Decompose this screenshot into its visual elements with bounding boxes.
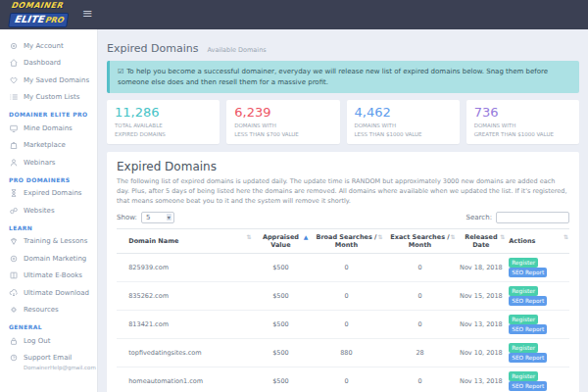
sort-icon[interactable]: ⇅	[247, 233, 252, 240]
table-header-row: Domain Name⇅ Appraised Value▲ Broad Sear…	[117, 228, 569, 253]
sidebar-section-learn: LEARN	[9, 224, 97, 231]
col-spacer	[117, 228, 125, 253]
stat-label-line1: DOMAINS WITH	[474, 122, 516, 128]
monitor-icon	[9, 123, 19, 133]
seo-report-button[interactable]: SEO Report	[509, 296, 547, 306]
sidebar-item-dashboard[interactable]: Dashboard	[9, 55, 97, 73]
cell-exact: 0	[384, 281, 457, 310]
page-subtitle: Available Domains	[208, 46, 267, 54]
cell-released: Nov 13, 2018	[456, 310, 506, 338]
stat-card-under-700: 6,239 DOMAINS WITHLESS THAN $700 VALUE	[226, 100, 339, 144]
search-input[interactable]	[496, 212, 569, 223]
stat-value: 736	[474, 106, 571, 120]
table-controls: Show: 5 ▾ Search:	[117, 212, 569, 223]
panel-title: Expired Domains	[117, 160, 569, 173]
stat-label-line1: DOMAINS WITH	[355, 122, 397, 128]
stat-card-total: 11,286 TOTAL AVAILABLEEXPIRED DOMAINS	[107, 100, 220, 144]
page-size-select[interactable]: 5 ▾	[141, 212, 174, 223]
register-button[interactable]: Register	[509, 286, 538, 296]
register-button[interactable]: Register	[509, 371, 538, 381]
link-icon	[9, 206, 19, 216]
seo-report-button[interactable]: SEO Report	[509, 381, 547, 391]
stat-cards: 11,286 TOTAL AVAILABLEEXPIRED DOMAINS 6,…	[107, 100, 579, 144]
cloud-download-icon	[9, 288, 19, 298]
col-released-date[interactable]: Released Date⇅	[456, 228, 506, 253]
sidebar-item-my-custom-lists[interactable]: My Custom Lists	[9, 89, 97, 107]
info-banner: ☑To help you become a successful domaine…	[107, 61, 579, 93]
cell-released: Nov 10, 2018	[456, 338, 506, 367]
page-header: Expired Domains Available Domains	[107, 37, 579, 56]
sidebar-item-websites[interactable]: Websites	[9, 202, 97, 220]
page-title: Expired Domains	[107, 42, 198, 55]
table-row: 813421.com $500 0 0 Nov 13, 2018 Registe…	[117, 310, 569, 338]
sidebar-item-expired-domains[interactable]: Expired Domains	[9, 185, 97, 203]
sidebar-item-webinars[interactable]: Webinars	[9, 154, 97, 172]
stat-value: 4,462	[355, 106, 452, 120]
seo-report-button[interactable]: SEO Report	[509, 324, 547, 334]
sidebar-item-mine-domains[interactable]: Mine Domains	[9, 120, 97, 137]
cell-broad: 0	[309, 281, 383, 310]
domains-table: Domain Name⇅ Appraised Value▲ Broad Sear…	[117, 228, 569, 392]
sort-icon[interactable]: ⇅	[450, 233, 455, 240]
table-row: 825939.com $500 0 0 Nov 18, 2018 Registe…	[117, 253, 569, 281]
home-icon	[9, 58, 19, 68]
cell-released: Nov 18, 2018	[456, 253, 506, 281]
lock-icon	[9, 336, 19, 346]
col-broad-searches[interactable]: Broad Searches / Month⇅	[309, 228, 383, 253]
sidebar-item-ultimate-ebooks[interactable]: Ultimate E-Books	[9, 268, 97, 285]
cell-value: $500	[253, 367, 310, 392]
cell-broad: 0	[309, 310, 383, 338]
hamburger-menu-icon[interactable]: ≡	[82, 6, 93, 21]
cell-domain: homeautomation1.com	[125, 367, 252, 392]
sidebar-item-resources[interactable]: Resources	[9, 302, 97, 319]
col-exact-searches[interactable]: Exact Searches / Month⇅	[384, 228, 457, 253]
sort-icon[interactable]: ⇅	[564, 233, 568, 240]
col-domain-name[interactable]: Domain Name⇅	[125, 228, 252, 253]
sidebar-item-marketplace[interactable]: Marketplace	[9, 137, 97, 155]
seo-report-button[interactable]: SEO Report	[509, 268, 547, 277]
stat-label-line1: TOTAL AVAILABLE	[115, 122, 163, 128]
sort-icon[interactable]: ⇅	[500, 233, 505, 240]
app-logo[interactable]: DOMAINER ELITEPRO	[8, 2, 71, 27]
cell-value: $500	[253, 338, 310, 367]
cell-exact: 0	[384, 367, 457, 392]
cell-domain: 835262.com	[125, 281, 252, 310]
heart-icon	[9, 75, 19, 85]
register-button[interactable]: Register	[509, 258, 538, 268]
sidebar-item-training-lessons[interactable]: Training & Lessons	[9, 233, 97, 251]
stat-card-over-1000: 736 DOMAINS WITHGREATER THAN $1000 VALUE	[466, 100, 579, 144]
support-email-address: DomainerHelp@gmail.com	[24, 365, 97, 370]
cell-domain: topfivedatingsites.com	[125, 338, 252, 367]
help-circle-icon	[9, 353, 19, 363]
stat-label-line2: EXPIRED DOMAINS	[115, 131, 166, 137]
sort-icon[interactable]: ⇅	[378, 233, 383, 240]
sidebar-item-my-saved-domains[interactable]: My Saved Domains	[9, 72, 97, 89]
col-actions[interactable]: Actions⇅	[506, 228, 569, 253]
cell-broad: 0	[309, 367, 383, 392]
seo-report-button[interactable]: SEO Report	[509, 353, 547, 363]
sidebar-item-ultimate-download[interactable]: Ultimate Download	[9, 284, 97, 302]
logo-pro: PRO	[44, 16, 64, 24]
sidebar-item-log-out[interactable]: Log Out	[9, 332, 97, 350]
table-row: topfivedatingsites.com $500 880 28 Nov 1…	[117, 338, 569, 367]
register-button[interactable]: Register	[509, 315, 538, 324]
cell-value: $500	[253, 253, 310, 281]
col-appraised-value[interactable]: Appraised Value▲	[253, 228, 310, 253]
sidebar-item-my-account[interactable]: My Account	[9, 37, 97, 55]
cell-value: $500	[253, 281, 310, 310]
register-button[interactable]: Register	[509, 343, 538, 353]
table-row: 835262.com $500 0 0 Nov 15, 2018 Registe…	[117, 281, 569, 310]
checkbox-icon: ☑	[118, 68, 123, 75]
page-size-value: 5	[146, 214, 150, 221]
hourglass-icon	[9, 188, 19, 198]
cell-released: Nov 15, 2018	[456, 281, 506, 310]
cell-exact: 28	[384, 338, 457, 367]
expired-domains-panel: Expired Domains The following list of ex…	[107, 152, 579, 392]
person-icon	[9, 158, 19, 168]
sidebar: My Account Dashboard My Saved Domains My…	[0, 29, 98, 392]
stat-label-line2: LESS THAN $700 VALUE	[234, 131, 299, 137]
sidebar-item-domain-marketing[interactable]: Domain Marketing	[9, 250, 97, 268]
cell-exact: 0	[384, 310, 457, 338]
stat-label-line1: DOMAINS WITH	[234, 122, 276, 128]
sort-asc-icon[interactable]: ▲	[304, 233, 309, 240]
